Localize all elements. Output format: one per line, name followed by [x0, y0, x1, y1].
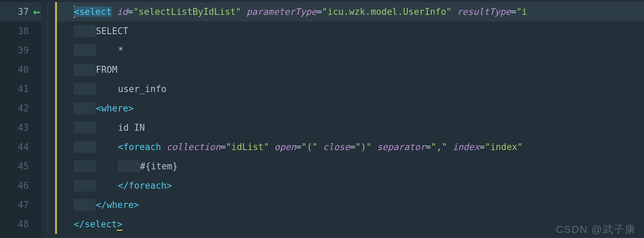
xml-attr: collection — [167, 142, 221, 151]
xml-close-tag: </foreach> — [118, 181, 172, 190]
line-number[interactable]: 49 — [0, 234, 41, 238]
xml-attr: id — [117, 7, 128, 16]
fold-gutter[interactable] — [41, 0, 55, 238]
line-number[interactable]: 43 — [0, 118, 41, 137]
line-number[interactable]: 48 — [0, 215, 41, 234]
indent-guide — [74, 102, 96, 114]
xml-close-tag: </where> — [96, 200, 139, 209]
code-line[interactable]: <foreach collection="idList" open="(" cl… — [55, 137, 644, 157]
line-number-gutter[interactable]: 37 ← 38 39 40 41 42 43 44 45 46 47 48 49 — [0, 0, 41, 238]
line-number[interactable]: 47 — [0, 195, 41, 215]
code-line[interactable]: <where> — [55, 99, 644, 118]
back-arrow-icon[interactable]: ← — [33, 6, 41, 18]
xml-attr: separator — [377, 142, 425, 151]
line-number[interactable]: 38 — [0, 21, 41, 41]
code-line[interactable]: </where> — [55, 195, 644, 215]
line-number[interactable]: 46 — [0, 176, 41, 195]
indent-guide — [74, 83, 96, 95]
sql-text: * — [118, 46, 123, 55]
code-line[interactable]: </foreach> — [55, 176, 644, 195]
indent-guide — [74, 199, 96, 211]
xml-attr-value: ")" — [355, 142, 372, 151]
code-line[interactable]: * — [55, 41, 644, 60]
code-line[interactable]: FROM — [55, 60, 644, 79]
line-number[interactable]: 40 — [0, 60, 41, 79]
xml-attr-value: "(" — [301, 142, 318, 151]
placeholder-text: #{item} — [140, 162, 178, 171]
code-line[interactable]: user_info — [55, 79, 644, 99]
indent-guide — [74, 122, 96, 133]
code-line[interactable]: #{item} — [55, 157, 644, 176]
line-number[interactable]: 39 — [0, 41, 41, 60]
indent-guide — [74, 141, 96, 153]
line-number-value: 37 — [18, 7, 29, 16]
xml-attr-value: "i — [516, 7, 527, 16]
watermark-text: CSDN @武子康 — [556, 224, 636, 235]
indent-guide — [74, 64, 96, 76]
xml-attr: open — [274, 142, 296, 151]
code-line[interactable]: SELECT — [55, 21, 644, 41]
xml-attr: resultType — [457, 7, 511, 16]
indent-guide — [118, 160, 140, 172]
indent-guide — [74, 180, 96, 191]
xml-attr: index — [453, 142, 480, 151]
xml-open-tag: <where> — [96, 104, 134, 113]
xml-attr-value: "idList" — [226, 142, 269, 151]
xml-attr-value: "selectListByIdList" — [133, 7, 241, 16]
indent-guide — [74, 44, 96, 56]
sql-text: user_info — [118, 85, 167, 93]
indent-guide — [74, 25, 96, 37]
line-number[interactable]: 45 — [0, 157, 41, 176]
xml-attr-value: "index" — [485, 142, 523, 151]
code-content[interactable]: <select id="selectListByIdList" paramete… — [55, 0, 644, 238]
indent-guide — [74, 160, 96, 172]
line-number[interactable]: 44 — [0, 137, 41, 157]
code-line[interactable]: <select id="selectListByIdList" paramete… — [55, 2, 644, 21]
sql-text: FROM — [96, 65, 118, 74]
sql-text: SELECT — [96, 27, 128, 36]
xml-attr: close — [323, 142, 350, 151]
xml-attr-value: "," — [431, 142, 447, 151]
code-line[interactable]: id IN — [55, 118, 644, 137]
xml-attr: parameterType — [246, 7, 317, 16]
xml-open-tag: <select — [74, 7, 112, 17]
line-number[interactable]: 41 — [0, 79, 41, 99]
code-editor: 37 ← 38 39 40 41 42 43 44 45 46 47 48 49… — [0, 0, 644, 238]
xml-close-tag: </select> — [74, 220, 122, 229]
vcs-change-marker — [55, 2, 57, 234]
xml-attr-value: "icu.wzk.model.UserInfo" — [322, 7, 452, 16]
sql-text: id IN — [118, 123, 145, 132]
xml-open-tag: <foreach — [118, 142, 161, 151]
line-number[interactable]: 42 — [0, 99, 41, 118]
line-number[interactable]: 37 ← — [0, 2, 41, 21]
